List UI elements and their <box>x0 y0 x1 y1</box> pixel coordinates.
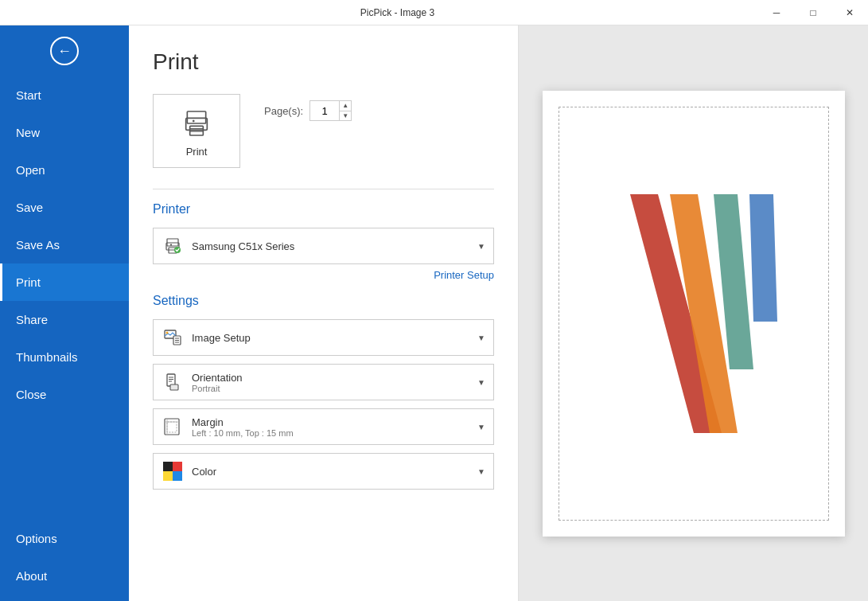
color-text: Color <box>192 466 477 478</box>
app-body: ← Start New Open Save Save As Print Shar… <box>0 25 868 601</box>
logo-preview <box>582 162 805 465</box>
orientation-dropdown[interactable]: Orientation Portrait ▼ <box>153 364 494 400</box>
orientation-icon <box>162 371 184 393</box>
sidebar-item-thumbnails[interactable]: Thumbnails <box>0 338 129 376</box>
image-setup-chevron-icon: ▼ <box>477 334 485 342</box>
back-icon[interactable]: ← <box>50 37 79 65</box>
paper-inner <box>559 107 829 521</box>
orientation-text: Orientation Portrait <box>192 372 477 393</box>
pages-input[interactable] <box>310 101 339 120</box>
sidebar: ← Start New Open Save Save As Print Shar… <box>0 25 129 601</box>
color-swatch <box>163 462 182 481</box>
settings-section-title: Settings <box>153 294 494 308</box>
printer-name-text: Samsung C51x Series <box>192 240 477 252</box>
margin-chevron-icon: ▼ <box>477 423 485 431</box>
svg-rect-21 <box>170 384 178 390</box>
sidebar-item-options[interactable]: Options <box>0 520 129 557</box>
print-panel: Print Print Pag <box>129 25 519 601</box>
image-setup-text: Image Setup <box>192 332 477 344</box>
close-button[interactable]: ✕ <box>831 0 868 25</box>
color-dropdown[interactable]: Color ▼ <box>153 453 494 490</box>
maximize-button[interactable]: □ <box>795 0 831 25</box>
pages-row: Page(s): ▲ ▼ <box>264 100 352 121</box>
printer-dropdown[interactable]: Samsung C51x Series ▼ <box>153 228 494 264</box>
sidebar-item-save-as[interactable]: Save As <box>0 226 129 263</box>
margin-dropdown[interactable]: Margin Left : 10 mm, Top : 15 mm ▼ <box>153 408 494 445</box>
sidebar-bottom: Options About <box>0 520 129 595</box>
color-chevron-icon: ▼ <box>477 467 485 476</box>
pages-spinner: ▲ ▼ <box>309 100 352 121</box>
print-top-row: Print Page(s): ▲ ▼ <box>153 94 494 181</box>
image-setup-icon <box>162 326 184 349</box>
window-controls: ─ □ ✕ <box>758 0 868 25</box>
print-button[interactable]: Print <box>153 94 240 168</box>
separator-1 <box>153 189 494 189</box>
content-area: Print Print Pag <box>129 25 868 601</box>
window-title: PicPick - Image 3 <box>37 7 758 18</box>
printer-setup-link[interactable]: Printer Setup <box>153 269 494 281</box>
sidebar-spacer <box>0 413 129 520</box>
printer-chevron-icon: ▼ <box>477 242 485 251</box>
svg-marker-29 <box>749 194 777 322</box>
svg-rect-3 <box>193 120 195 123</box>
printer-name: Samsung C51x Series <box>192 240 477 252</box>
pages-down-arrow[interactable]: ▼ <box>340 111 351 122</box>
pages-up-arrow[interactable]: ▲ <box>340 100 351 111</box>
sidebar-item-new[interactable]: New <box>0 114 129 151</box>
sidebar-item-close[interactable]: Close <box>0 376 129 413</box>
svg-rect-9 <box>170 244 172 246</box>
printer-icon <box>181 107 212 139</box>
page-title: Print <box>153 49 494 75</box>
paper-preview <box>543 91 845 537</box>
printer-dropdown-icon <box>162 235 184 257</box>
svg-rect-23 <box>167 422 177 432</box>
preview-area <box>519 25 868 601</box>
sidebar-item-about[interactable]: About <box>0 557 129 595</box>
printer-section-title: Printer <box>153 202 494 217</box>
margin-icon <box>162 416 184 438</box>
orientation-chevron-icon: ▼ <box>477 378 485 387</box>
titlebar: PicPick - Image 3 ─ □ ✕ <box>0 0 868 25</box>
svg-point-12 <box>166 332 169 334</box>
minimize-button[interactable]: ─ <box>758 0 795 25</box>
back-button[interactable]: ← <box>0 25 129 76</box>
color-icon <box>162 460 184 482</box>
print-button-label: Print <box>186 146 208 158</box>
printer-small-icon <box>163 236 182 256</box>
pages-arrows: ▲ ▼ <box>339 100 351 121</box>
margin-text: Margin Left : 10 mm, Top : 15 mm <box>192 416 477 438</box>
sidebar-item-share[interactable]: Share <box>0 301 129 338</box>
image-setup-dropdown[interactable]: Image Setup ▼ <box>153 319 494 356</box>
sidebar-item-save[interactable]: Save <box>0 189 129 226</box>
pages-label: Page(s): <box>264 105 303 117</box>
sidebar-item-open[interactable]: Open <box>0 151 129 189</box>
sidebar-item-print[interactable]: Print <box>0 263 129 301</box>
sidebar-item-start[interactable]: Start <box>0 76 129 114</box>
